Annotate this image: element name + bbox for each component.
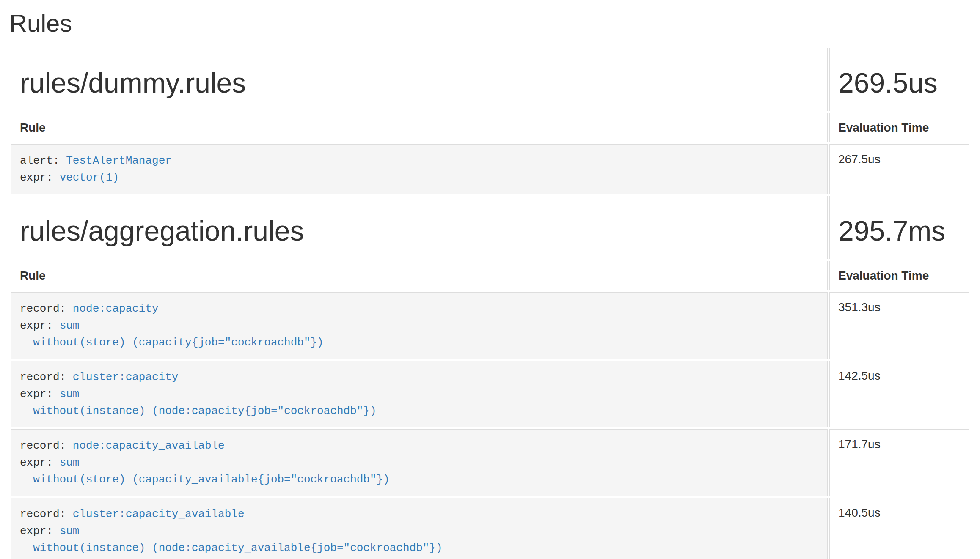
column-header-row: Rule Evaluation Time [11,261,969,290]
evaluation-time-column-header: Evaluation Time [829,261,969,290]
rule-keyword: expr: [20,388,53,400]
rule-keyword: record: [20,371,66,384]
rule-definition: record: cluster:capacity expr: sum witho… [20,369,819,419]
rule-definition: record: node:capacity_available expr: su… [20,437,819,488]
rule-link[interactable]: TestAlertManager [66,154,172,167]
rule-column-header: Rule [11,261,828,290]
rules-table: rules/dummy.rules 269.5us Rule Evaluatio… [9,46,971,559]
rule-link[interactable]: vector(1) [60,171,119,184]
rule-evaluation-time: 351.3us [829,292,969,359]
rule-link[interactable]: sum without(instance) (node:capacity{job… [20,388,377,417]
rule-link[interactable]: cluster:capacity [73,371,179,384]
rule-group-evaluation-time: 295.7ms [838,216,960,246]
rule-row: record: cluster:capacity_available expr:… [11,498,969,559]
rule-link[interactable]: cluster:capacity_available [73,508,245,521]
rule-row: record: cluster:capacity expr: sum witho… [11,361,969,427]
rule-link[interactable]: node:capacity_available [73,439,225,452]
rule-group-file: rules/aggregation.rules [20,216,819,246]
rule-keyword: record: [20,439,66,452]
rule-group-header-row: rules/dummy.rules 269.5us [11,48,969,111]
rule-evaluation-time: 171.7us [829,429,969,496]
rule-group-file: rules/dummy.rules [20,69,819,98]
rule-row: alert: TestAlertManager expr: vector(1) … [11,144,969,194]
rule-column-header: Rule [11,113,828,142]
rule-keyword: alert: [20,154,60,167]
rule-keyword: record: [20,302,66,315]
column-header-row: Rule Evaluation Time [11,113,969,142]
rule-group-header-row: rules/aggregation.rules 295.7ms [11,196,969,259]
rule-row: record: node:capacity_available expr: su… [11,429,969,496]
rules-page: Rules rules/dummy.rules 269.5us Rule Eva… [0,0,980,559]
rule-keyword: expr: [20,456,53,469]
page-title: Rules [9,9,971,38]
rule-link[interactable]: sum without(instance) (node:capacity_ava… [20,525,443,554]
rule-group-evaluation-time: 269.5us [838,69,960,98]
rule-definition: record: node:capacity expr: sum without(… [20,300,819,351]
rule-definition: record: cluster:capacity_available expr:… [20,506,819,556]
rule-evaluation-time: 142.5us [829,361,969,427]
rule-definition: alert: TestAlertManager expr: vector(1) [20,152,819,186]
rule-keyword: expr: [20,525,53,537]
rule-keyword: expr: [20,171,53,184]
rule-evaluation-time: 267.5us [829,144,969,194]
rule-evaluation-time: 140.5us [829,498,969,559]
rule-link[interactable]: sum without(store) (capacity_available{j… [20,456,390,486]
evaluation-time-column-header: Evaluation Time [829,113,969,142]
rule-keyword: expr: [20,319,53,332]
rule-row: record: node:capacity expr: sum without(… [11,292,969,359]
rule-link[interactable]: node:capacity [73,302,159,315]
rule-link[interactable]: sum without(store) (capacity{job="cockro… [20,319,324,349]
rule-keyword: record: [20,508,66,521]
